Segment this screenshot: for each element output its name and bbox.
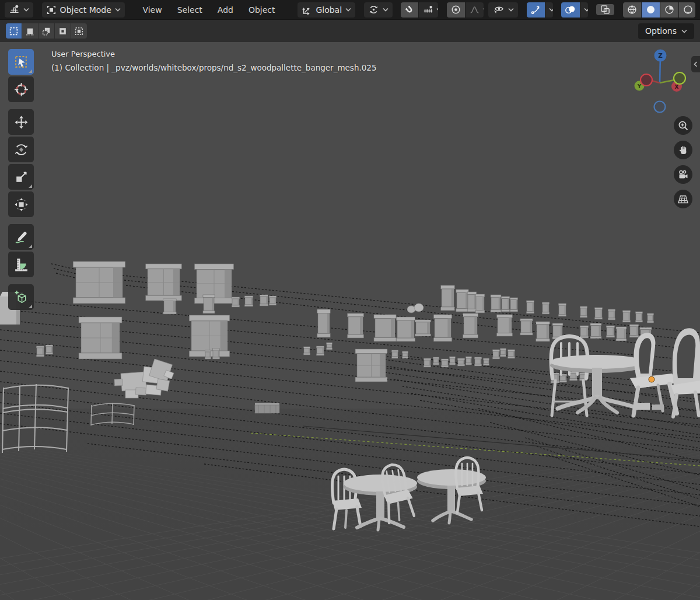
snap-toggle[interactable] — [401, 2, 418, 18]
selected-object-origin[interactable] — [649, 376, 654, 382]
select-set-icon — [9, 26, 19, 36]
options-button[interactable]: Options — [638, 23, 694, 39]
hand-icon — [678, 145, 689, 156]
select-mode-group — [6, 23, 87, 39]
viewport-nav-buttons — [674, 116, 692, 214]
snap-magnet-icon — [404, 5, 415, 15]
show-gizmos-toggle[interactable] — [527, 2, 545, 18]
zoom-button[interactable] — [674, 116, 692, 135]
shading-solid-icon — [645, 4, 656, 15]
select-invert-icon — [58, 26, 68, 36]
shading-material-preview-button[interactable] — [660, 2, 678, 18]
overlays-dropdown[interactable] — [580, 2, 587, 18]
transform-icon — [13, 197, 29, 212]
viewport-scene[interactable] — [0, 42, 700, 600]
shading-wireframe-button[interactable] — [623, 2, 641, 18]
toolbar-left — [8, 49, 34, 312]
view-perspective-label: User Perspective — [51, 50, 115, 58]
xray-icon — [600, 4, 611, 15]
navigation-gizmo[interactable]: Y X Z — [631, 48, 692, 118]
select-mode-invert[interactable] — [55, 23, 71, 39]
shading-rendered-icon — [682, 4, 694, 15]
tool-move[interactable] — [8, 109, 34, 135]
pan-button[interactable] — [674, 141, 692, 159]
tool-measure[interactable] — [8, 252, 34, 277]
chevron-down-icon — [584, 8, 587, 12]
options-label: Options — [645, 26, 677, 36]
menu-object[interactable]: Object — [242, 2, 282, 18]
editor-type-button[interactable] — [5, 2, 33, 18]
select-intersect-icon — [74, 26, 84, 36]
chevron-down-icon — [23, 8, 29, 12]
viewport-3d[interactable]: User Perspective (1) Collection | _pvz/w… — [0, 42, 700, 600]
toggle-projection-button[interactable] — [674, 190, 692, 208]
camera-icon — [677, 169, 689, 180]
pivot-point-dropdown[interactable] — [364, 2, 393, 18]
chevron-down-icon — [549, 8, 553, 12]
gizmo-axis-z-neg-ball[interactable] — [654, 102, 666, 113]
shading-rendered-button[interactable] — [679, 2, 695, 18]
pivot-point-icon — [368, 4, 379, 15]
active-object-breadcrumb: (1) Collection | _pvz/worlds/whitebox/pr… — [51, 63, 377, 72]
gizmos-control — [527, 2, 553, 18]
object-type-visibility-dropdown[interactable] — [488, 2, 518, 18]
svg-text:Y: Y — [637, 83, 642, 89]
sidebar-toggle-tab[interactable] — [691, 56, 700, 72]
zoom-icon — [678, 120, 689, 131]
move-icon — [13, 114, 29, 130]
chevron-down-icon — [482, 8, 484, 12]
mode-label: Object Mode — [60, 5, 111, 15]
shading-solid-button[interactable] — [642, 2, 660, 18]
menu-select[interactable]: Select — [171, 2, 209, 18]
transform-orientation-icon — [302, 5, 312, 15]
shading-material-preview-icon — [664, 4, 675, 15]
gizmo-axis-y-neg-ball[interactable] — [674, 72, 685, 84]
chevron-down-icon — [383, 8, 388, 12]
select-mode-intersect[interactable] — [71, 23, 87, 39]
scene-pallet[interactable] — [255, 403, 279, 413]
toggle-xray-button[interactable] — [596, 4, 614, 15]
proportional-falloff-dropdown[interactable] — [466, 2, 484, 18]
select-extend-icon — [25, 26, 35, 36]
chevron-down-icon — [681, 29, 687, 33]
select-subtract-icon — [41, 26, 51, 36]
select-mode-set[interactable] — [6, 23, 22, 39]
menu-view[interactable]: View — [136, 2, 168, 18]
tool-annotate[interactable] — [8, 224, 34, 250]
gizmos-dropdown[interactable] — [545, 2, 553, 18]
select-mode-subtract[interactable] — [38, 23, 54, 39]
object-mode-icon — [46, 5, 57, 15]
chevron-down-icon — [436, 8, 438, 12]
svg-text:X: X — [675, 84, 679, 90]
chevron-down-icon — [115, 8, 121, 12]
mode-dropdown[interactable]: Object Mode — [42, 2, 125, 18]
tool-scale[interactable] — [8, 164, 34, 190]
camera-view-button[interactable] — [674, 165, 692, 184]
tool-rotate[interactable] — [8, 137, 34, 162]
tool-add-cube[interactable] — [8, 284, 34, 310]
falloff-curve-icon — [469, 5, 480, 15]
chevron-left-icon — [694, 61, 698, 67]
scale-icon — [13, 169, 29, 185]
snap-control — [401, 2, 438, 18]
show-overlays-toggle[interactable] — [561, 2, 580, 18]
select-box-icon — [13, 54, 29, 70]
transform-orientation-dropdown[interactable]: Global — [298, 2, 355, 18]
measure-icon — [13, 257, 29, 273]
overlays-control — [561, 2, 587, 18]
proportional-editing-toggle[interactable] — [447, 2, 465, 18]
gizmo-axis-x-neg-ball[interactable] — [640, 74, 652, 86]
annotate-pencil-icon — [13, 229, 29, 245]
overlays-icon — [565, 4, 576, 15]
tool-settings-bar: Options — [0, 19, 700, 42]
add-cube-icon — [13, 289, 29, 305]
visibility-eye-icon — [492, 4, 505, 15]
tool-select-box[interactable] — [8, 49, 34, 75]
snap-target-dropdown[interactable] — [419, 2, 438, 18]
tool-transform[interactable] — [8, 191, 34, 217]
chevron-down-icon — [345, 8, 351, 12]
svg-text:Z: Z — [658, 52, 663, 59]
tool-cursor[interactable] — [8, 76, 34, 102]
menu-add[interactable]: Add — [211, 2, 240, 18]
select-mode-extend[interactable] — [22, 23, 38, 39]
